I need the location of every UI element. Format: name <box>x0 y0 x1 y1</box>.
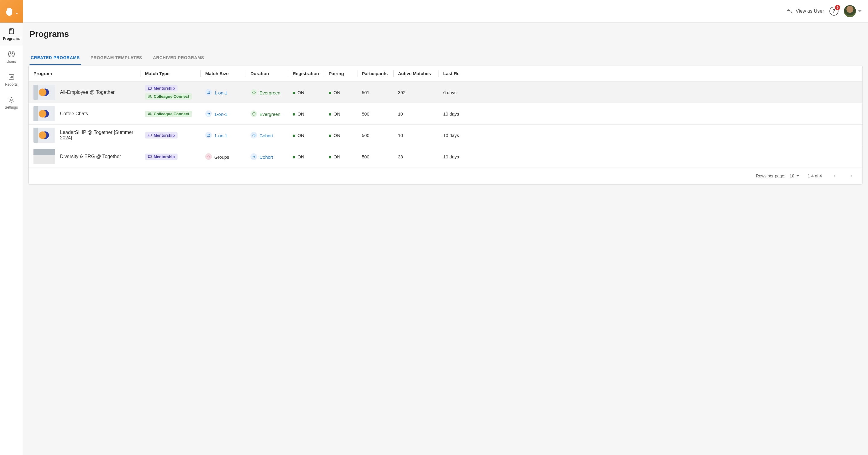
svg-point-11 <box>150 113 151 114</box>
svg-point-20 <box>209 156 210 157</box>
active-matches-value: 10 <box>393 124 438 146</box>
status-value: ON <box>334 133 341 138</box>
status-dot-icon <box>329 92 331 94</box>
duration-value: Cohort <box>259 133 273 138</box>
tab-created-programs[interactable]: CREATED PROGRAMS <box>30 53 81 65</box>
col-program[interactable]: Program <box>29 65 140 82</box>
chevron-down-icon <box>796 174 799 177</box>
status-value: ON <box>334 111 341 116</box>
match-type-pill-colleague: Colleague Connect <box>145 111 192 117</box>
svg-point-6 <box>149 95 150 96</box>
match-size-value: Groups <box>214 154 229 160</box>
status-dot-icon <box>329 135 331 137</box>
status-value: ON <box>334 154 341 159</box>
sidebar-item-reports[interactable]: Reports <box>0 68 23 91</box>
svg-point-13 <box>209 113 210 114</box>
sidebar: ProgramsUsersReportsSettings <box>0 0 23 455</box>
svg-point-9 <box>209 91 210 92</box>
rows-per-page-label: Rows per page: <box>756 173 785 178</box>
col-active-matches[interactable]: Active Matches <box>393 65 438 82</box>
participants-value: 500 <box>357 146 393 167</box>
status-value: ON <box>298 133 304 138</box>
table-row[interactable]: All-Employee @ TogetherMentorshipColleag… <box>29 82 862 103</box>
view-as-user-button[interactable]: View as User <box>786 8 824 14</box>
tab-archived-programs[interactable]: ARCHIVED PROGRAMS <box>152 53 206 65</box>
last-value: 10 days <box>438 146 862 167</box>
pagination-range: 1-4 of 4 <box>808 173 822 178</box>
cohort-icon <box>250 153 257 160</box>
match-type-pill-mentorship: Mentorship <box>145 85 178 91</box>
program-thumbnail <box>33 106 55 121</box>
hand-icon <box>4 6 15 17</box>
user-menu[interactable] <box>844 5 862 17</box>
status-dot-icon <box>293 156 295 159</box>
col-match-size[interactable]: Match Size <box>200 65 246 82</box>
cast-icon <box>148 86 152 90</box>
sidebar-item-programs[interactable]: Programs <box>0 23 23 46</box>
col-registration[interactable]: Registration <box>288 65 324 82</box>
col-duration[interactable]: Duration <box>246 65 288 82</box>
program-name: Diversity & ERG @ Together <box>60 154 121 159</box>
participants-value: 501 <box>357 82 393 103</box>
reports-icon <box>8 73 15 81</box>
match-type-pill-colleague: Colleague Connect <box>145 93 192 99</box>
question-mark-icon: ? <box>832 8 835 14</box>
table-row[interactable]: Diversity & ERG @ TogetherMentorshipGrou… <box>29 146 862 167</box>
sidebar-item-users[interactable]: Users <box>0 46 23 68</box>
program-name: Coffee Chats <box>60 111 88 116</box>
status-value: ON <box>298 154 304 159</box>
rows-per-page-select[interactable]: 10 <box>789 173 799 178</box>
col-last[interactable]: Last Re <box>438 65 862 82</box>
one-on-one-icon <box>205 110 212 117</box>
people-icon <box>148 94 152 99</box>
col-match-type[interactable]: Match Type <box>140 65 200 82</box>
match-type-pill-mentorship: Mentorship <box>145 132 178 139</box>
svg-point-19 <box>207 156 208 157</box>
last-value: 10 days <box>438 124 862 146</box>
status-value: ON <box>334 90 341 95</box>
sidebar-item-settings[interactable]: Settings <box>0 91 23 114</box>
programs-icon <box>8 27 15 35</box>
notification-badge: 9 <box>835 5 840 10</box>
status-value: ON <box>298 111 304 116</box>
status-dot-icon <box>293 92 295 94</box>
view-as-label: View as User <box>796 8 824 14</box>
people-icon <box>148 112 152 116</box>
one-on-one-icon <box>205 132 212 139</box>
page-title: Programs <box>30 29 863 39</box>
program-name: LeaderSHIP @ Together [Summer 2024] <box>60 130 135 141</box>
col-pairing[interactable]: Pairing <box>324 65 357 82</box>
evergreen-icon <box>250 89 257 96</box>
table-row[interactable]: LeaderSHIP @ Together [Summer 2024]Mento… <box>29 124 862 146</box>
prev-page-button[interactable] <box>830 172 839 180</box>
svg-point-1 <box>10 52 12 54</box>
program-name: All-Employee @ Together <box>60 90 115 95</box>
chevron-down-icon <box>16 12 19 15</box>
program-thumbnail <box>33 127 55 143</box>
participants-value: 500 <box>357 124 393 146</box>
users-icon <box>8 50 15 58</box>
chevron-left-icon <box>832 173 837 179</box>
next-page-button[interactable] <box>847 172 856 180</box>
svg-point-4 <box>10 99 12 101</box>
sidebar-item-label: Reports <box>5 82 18 87</box>
active-matches-value: 33 <box>393 146 438 167</box>
chevron-down-icon <box>858 9 862 13</box>
programs-table: Program Match Type Match Size Duration R… <box>29 65 862 167</box>
match-size-value: 1-on-1 <box>214 133 227 138</box>
cast-icon <box>148 133 152 137</box>
last-value: 10 days <box>438 103 862 124</box>
brand-logo[interactable] <box>0 0 23 23</box>
topbar: View as User ? 9 <box>23 0 868 23</box>
sidebar-item-label: Users <box>7 59 16 64</box>
duration-value: Evergreen <box>259 90 280 95</box>
help-button[interactable]: ? 9 <box>830 7 838 16</box>
settings-icon <box>8 96 15 104</box>
table-row[interactable]: Coffee ChatsColleague Connect1-on-1Everg… <box>29 103 862 124</box>
svg-point-10 <box>149 113 150 114</box>
cohort-icon <box>250 132 257 139</box>
one-on-one-icon <box>205 89 212 96</box>
match-type-pill-mentorship: Mentorship <box>145 153 178 160</box>
col-participants[interactable]: Participants <box>357 65 393 82</box>
tab-program-templates[interactable]: PROGRAM TEMPLATES <box>90 53 144 65</box>
